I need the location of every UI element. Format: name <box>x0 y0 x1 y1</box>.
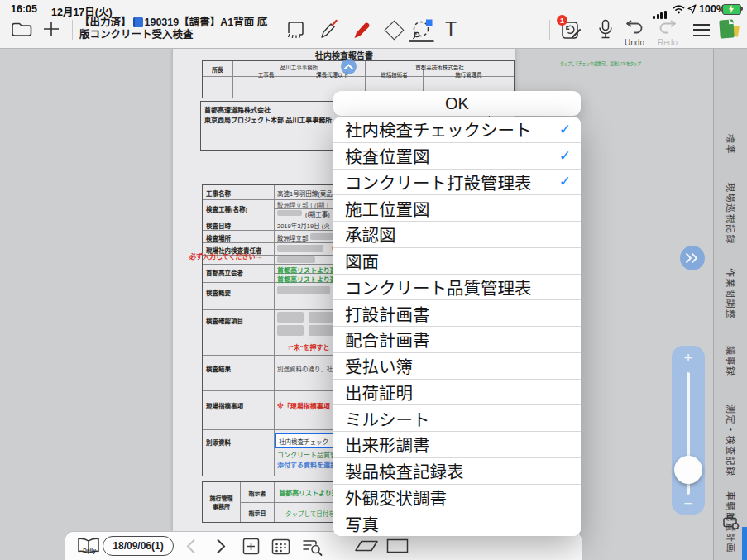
menu-item[interactable]: 施工位置図✓ <box>333 194 581 221</box>
page-template-icon[interactable] <box>719 18 742 41</box>
menu-item[interactable]: コンクリート打設管理表✓ <box>333 169 581 195</box>
rectangle-tool[interactable] <box>386 538 409 553</box>
menu-item[interactable]: 配合計画書✓ <box>333 326 581 352</box>
location-icon <box>687 4 697 14</box>
collapse-chevron-button[interactable] <box>341 59 357 74</box>
clock: 16:05 <box>11 3 37 15</box>
notebook-icon <box>133 17 143 27</box>
hint-text: タップしてチェック(複数可)、最後にOKをタップ <box>560 60 641 67</box>
wifi-icon <box>673 4 685 14</box>
redacted-value <box>277 286 330 294</box>
menu-item[interactable]: 社内検査チェックシート✓ <box>333 117 581 142</box>
redacted-value <box>309 325 337 336</box>
search-pages-button[interactable] <box>302 538 323 556</box>
menu-item[interactable]: 出来形調書✓ <box>333 431 581 457</box>
marker-pen-icon[interactable] <box>352 19 373 41</box>
edge-indicator <box>742 527 747 560</box>
menu-item[interactable]: 打設計画書✓ <box>333 299 581 326</box>
undo-button[interactable]: Undo <box>620 20 649 47</box>
calendar-button[interactable] <box>271 538 290 555</box>
tachiai-selector-2[interactable]: 首都高リストより選 <box>277 275 337 284</box>
attachment-menu: 社内検査チェックシート✓ 検査位置図✓ コンクリート打設管理表✓ 施工位置図✓ … <box>333 117 581 536</box>
template-sidebar: 標準 現場巡視記録 作業間調整 議事録 測定・検査記録 車輌配置計画 フォーム <box>713 48 747 560</box>
parallelogram-tool[interactable] <box>355 540 378 552</box>
battery-icon <box>722 4 741 15</box>
selection-rect-icon[interactable] <box>285 19 307 41</box>
lasso-icon[interactable] <box>411 18 434 40</box>
battery-cap <box>741 7 743 11</box>
toolbox-settings-icon[interactable] <box>722 513 740 531</box>
cellular-icon <box>653 4 668 13</box>
redo-button[interactable]: Redo <box>654 20 682 47</box>
sidebar-tab-standard[interactable]: 標準 <box>714 134 747 155</box>
redacted-value <box>277 325 304 336</box>
ballpoint-pen-icon[interactable] <box>318 19 340 41</box>
next-page-button[interactable] <box>216 538 226 554</box>
redacted-value <box>277 210 302 216</box>
redacted-value <box>277 312 304 323</box>
menu-item[interactable]: 承認図✓ <box>333 221 581 247</box>
tachiai-selector-1[interactable]: 首都高リストより選 <box>277 266 337 275</box>
select-attachment-link[interactable]: 添付する資料を選択 <box>277 460 337 469</box>
sidebar-tab-inspection-record[interactable]: 測定・検査記録 <box>714 404 747 477</box>
active-tool-underline <box>409 40 434 42</box>
sidebar-tab-patrol-record[interactable]: 現場巡視記録 <box>714 183 747 245</box>
expand-panel-button[interactable] <box>680 246 705 270</box>
text-tool-icon[interactable]: T <box>445 18 457 41</box>
toolbar-divider <box>72 20 73 40</box>
menu-item[interactable]: コンクリート品質管理表✓ <box>333 274 581 300</box>
microphone-icon[interactable] <box>597 19 614 41</box>
ok-button[interactable]: OK <box>333 91 581 116</box>
redacted-value <box>277 245 323 252</box>
menu-item[interactable]: 製品検査記録表✓ <box>333 457 581 484</box>
add-page-icon[interactable] <box>43 21 60 37</box>
menu-item[interactable]: 受払い簿✓ <box>333 352 581 379</box>
sidebar-tab-minutes[interactable]: 議事録 <box>714 346 747 377</box>
menu-item[interactable]: 外観変状調書✓ <box>333 484 581 510</box>
zoom-in-icon[interactable]: + <box>672 349 705 367</box>
add-item-button[interactable] <box>242 538 260 555</box>
slider-thumb[interactable] <box>674 456 702 484</box>
notebook-title: 【出力済】190319【調書】A1背面 底 版コンクリート受入検査 <box>79 17 282 41</box>
toolbar-divider-right <box>549 20 550 40</box>
eraser-icon[interactable] <box>384 20 404 40</box>
check-icon: ✓ <box>559 121 571 138</box>
press-mi-note: ↑"未"を押すと【 <box>287 342 337 352</box>
menu-item[interactable]: 写真✓ <box>333 510 581 536</box>
check-icon: ✓ <box>559 147 571 165</box>
redacted-value <box>277 256 315 263</box>
menu-item[interactable]: 出荷証明✓ <box>333 379 581 405</box>
sidebar-tab-work-coordination[interactable]: 作業間調整 <box>714 268 747 320</box>
required-note: 必ず入力してください→ <box>189 251 262 261</box>
zoom-slider[interactable]: + − <box>672 346 705 515</box>
app-screen: 16:05 12月17日(火) 100% 【出力済】190319 <box>0 0 747 560</box>
zoom-out-icon[interactable]: − <box>672 495 705 513</box>
menu-item[interactable]: 図面✓ <box>333 247 581 274</box>
menu-item[interactable]: ミルシート✓ <box>333 404 581 431</box>
date-pill-button[interactable]: 18/09/06(1) <box>103 536 174 556</box>
prev-page-button[interactable] <box>186 538 196 554</box>
folder-icon[interactable] <box>11 21 32 37</box>
attachment-line-2: コンクリート品質管 <box>277 450 337 459</box>
instructor-selector[interactable]: 首都高リストより選 <box>279 488 338 497</box>
daily-notebook-button[interactable]: Daily <box>75 538 103 558</box>
top-toolbar: 16:05 12月17日(火) 100% 【出力済】190319 <box>0 0 747 49</box>
menu-item[interactable]: 検査位置図✓ <box>333 142 581 169</box>
check-icon: ✓ <box>559 173 571 190</box>
menu-icon[interactable] <box>693 24 710 36</box>
badge-count: 1 <box>557 15 567 26</box>
